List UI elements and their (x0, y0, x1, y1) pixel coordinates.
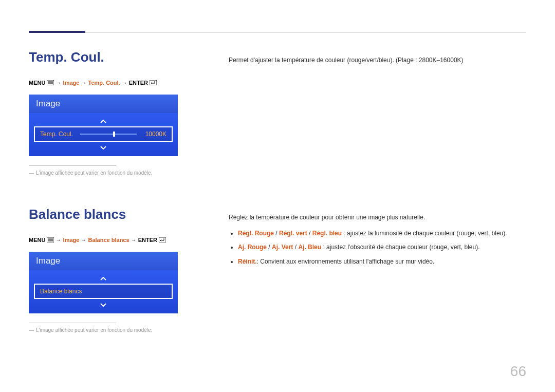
enter-label: ENTER (129, 80, 150, 86)
menu-icon (47, 80, 54, 86)
osd-header: Image (29, 95, 178, 113)
list-item: Régl. Rouge / Régl. vert / Régl. bleu : … (238, 229, 526, 238)
page-number: 66 (510, 363, 526, 380)
menu-label: MENU (29, 80, 47, 86)
svg-rect-9 (159, 237, 166, 242)
osd-selected-row: Balance blancs (34, 284, 173, 299)
enter-label: ENTER (138, 237, 159, 243)
slider-icon (80, 133, 137, 136)
osd-header: Image (29, 252, 178, 270)
osd-panel-temp-coul: Image Temp. Coul. 10000K (29, 95, 178, 156)
footnote-divider (29, 165, 116, 166)
section1-title: Temp. Coul. (29, 49, 211, 65)
enter-icon (150, 80, 157, 86)
footnote-divider (29, 323, 116, 323)
list-item: Réinit.: Convient aux environnements uti… (238, 257, 526, 267)
section2-menu-path: MENU → Image → Balance blancs → ENTER (29, 237, 211, 244)
section2-intro: Réglez la température de couleur pour ob… (229, 213, 526, 222)
chevron-down-icon (34, 142, 173, 152)
osd-row-label: Temp. Coul. (40, 130, 73, 138)
chevron-up-icon (34, 116, 173, 126)
section2-bullet-list: Régl. Rouge / Régl. vert / Régl. bleu : … (229, 229, 526, 267)
osd-row-value: 10000K (142, 130, 166, 138)
enter-icon (159, 237, 166, 244)
chevron-down-icon (34, 299, 173, 309)
section1-footnote: ―L'image affichée peut varier en fonctio… (29, 170, 211, 176)
chevron-up-icon (34, 273, 173, 284)
section2-title: Balance blancs (29, 207, 211, 222)
osd-selected-row: Temp. Coul. 10000K (34, 126, 173, 142)
svg-rect-4 (150, 80, 157, 85)
top-divider (29, 31, 526, 33)
menu-icon (47, 237, 54, 244)
list-item: Aj. Rouge / Aj. Vert / Aj. Bleu : ajuste… (238, 242, 526, 252)
section1-menu-path: MENU → Image → Temp. Coul. → ENTER (29, 80, 211, 86)
menu-label: MENU (29, 237, 47, 243)
section2-footnote: ―L'image affichée peut varier en fonctio… (29, 327, 211, 333)
section1-description: Permet d'ajuster la température de coule… (229, 55, 526, 65)
osd-panel-balance-blancs: Image Balance blancs (29, 252, 178, 313)
osd-row-label: Balance blancs (40, 288, 82, 295)
